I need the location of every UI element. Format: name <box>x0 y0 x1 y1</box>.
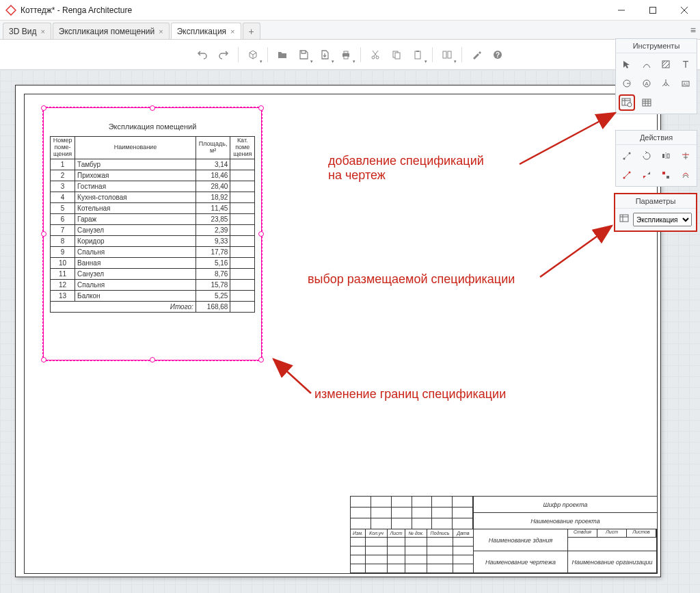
redo-button[interactable] <box>214 45 233 64</box>
cube-button[interactable]: ▾ <box>243 45 262 64</box>
svg-rect-15 <box>448 51 451 58</box>
text-tool[interactable]: T <box>677 56 694 73</box>
window-title: Коттедж* - Renga Architecture <box>21 5 132 15</box>
resize-handle[interactable] <box>258 105 264 111</box>
hatch-tool[interactable] <box>658 56 674 73</box>
export-button[interactable]: ▾ <box>315 45 334 64</box>
params-panel: Параметры Экспликация <box>614 193 697 232</box>
paste-button[interactable]: ▾ <box>408 45 427 64</box>
settings-button[interactable] <box>467 45 486 64</box>
close-icon[interactable]: × <box>159 27 163 36</box>
resize-handle[interactable] <box>41 231 46 237</box>
copy-button[interactable] <box>387 45 406 64</box>
insert-spec-tool[interactable] <box>619 94 635 111</box>
open-button[interactable] <box>273 45 292 64</box>
line-tool[interactable] <box>638 56 655 73</box>
svg-rect-14 <box>443 51 446 58</box>
svg-rect-30 <box>643 99 651 106</box>
cut-button[interactable] <box>366 45 385 64</box>
pointer-tool[interactable] <box>619 56 635 73</box>
app-icon <box>5 5 16 16</box>
label-tool[interactable]: A1 <box>677 75 694 92</box>
resize-handle[interactable] <box>41 357 46 363</box>
spec-select[interactable]: Экспликация <box>633 213 692 226</box>
selection-box[interactable] <box>43 107 262 360</box>
svg-text:A1: A1 <box>683 82 688 86</box>
tools-panel: Инструменты T A A1 <box>615 38 697 114</box>
close-icon[interactable]: × <box>230 27 234 36</box>
svg-rect-45 <box>662 172 665 174</box>
title-block: Шифр проекта Наименование проекта Изм.Ко… <box>350 496 658 574</box>
save-button[interactable]: ▾ <box>294 45 313 64</box>
angle-tool[interactable]: A <box>638 75 655 92</box>
titlebar: Коттедж* - Renga Architecture <box>0 0 700 21</box>
annotation-choose: выбор размещаемой спецификации <box>308 272 515 287</box>
svg-rect-6 <box>344 51 348 53</box>
move-action[interactable] <box>619 148 635 164</box>
close-button[interactable] <box>669 0 700 21</box>
layers-button[interactable]: ▾ <box>438 45 457 64</box>
offset-action[interactable] <box>677 167 694 183</box>
align-action[interactable] <box>658 167 674 183</box>
dimension-tool[interactable] <box>619 75 635 92</box>
spec-icon <box>619 214 630 225</box>
print-button[interactable]: ▾ <box>336 45 355 64</box>
svg-rect-11 <box>395 53 400 59</box>
resize-handle[interactable] <box>150 105 155 111</box>
svg-rect-46 <box>667 176 669 179</box>
menu-icon[interactable]: ≡ <box>690 25 696 36</box>
svg-rect-13 <box>416 51 419 52</box>
tab-3d-view[interactable]: 3D Вид× <box>3 23 51 39</box>
trim-action[interactable] <box>677 148 694 164</box>
tab-explication-rooms[interactable]: Экспликация помещений× <box>53 23 170 39</box>
svg-rect-12 <box>415 51 420 59</box>
main-toolbar: ▾ ▾ ▾ ▾ ▾ ▾ ? <box>0 40 700 70</box>
resize-handle[interactable] <box>258 231 264 237</box>
svg-rect-2 <box>650 7 656 13</box>
maximize-button[interactable] <box>637 0 669 21</box>
annotation-add: добавление спецификаций на чертеж <box>328 154 484 183</box>
svg-rect-47 <box>620 215 628 222</box>
actions-panel: Действия <box>615 130 697 187</box>
svg-rect-38 <box>667 154 669 158</box>
svg-text:?: ? <box>496 51 500 59</box>
svg-point-29 <box>628 103 632 107</box>
svg-text:T: T <box>682 60 688 69</box>
close-icon[interactable]: × <box>40 27 44 36</box>
copy-line-action[interactable] <box>619 167 635 183</box>
tab-explication[interactable]: Экспликация× <box>171 23 241 39</box>
svg-point-9 <box>376 56 379 59</box>
stretch-action[interactable] <box>638 167 655 183</box>
resize-handle[interactable] <box>258 357 264 363</box>
svg-rect-37 <box>662 154 664 158</box>
help-button[interactable]: ? <box>488 45 507 64</box>
table-tool[interactable] <box>638 94 655 111</box>
tabbar: 3D Вид× Экспликация помещений× Экспликац… <box>0 21 700 40</box>
new-tab-button[interactable]: + <box>243 23 260 39</box>
svg-text:A: A <box>645 81 649 87</box>
mirror-action[interactable] <box>658 148 674 164</box>
workspace[interactable]: Экспликация помещений Номер поме- щения … <box>0 70 700 593</box>
rotate-action[interactable] <box>638 148 655 164</box>
resize-handle[interactable] <box>150 357 155 363</box>
svg-rect-7 <box>344 56 348 59</box>
annotation-resize: изменение границ спецификации <box>314 387 506 401</box>
svg-point-23 <box>664 83 667 85</box>
undo-button[interactable] <box>193 45 212 64</box>
svg-point-8 <box>372 56 375 59</box>
resize-handle[interactable] <box>41 105 46 111</box>
svg-marker-0 <box>6 5 16 15</box>
minimize-button[interactable] <box>606 0 637 21</box>
axis-tool[interactable] <box>658 75 674 92</box>
